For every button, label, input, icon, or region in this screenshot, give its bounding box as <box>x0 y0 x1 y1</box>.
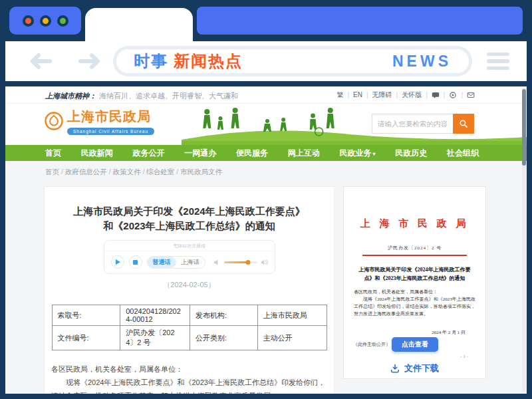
link-traditional[interactable]: 繁 <box>336 90 343 100</box>
article-body: 各区民政局，机关各处室，局属各单位： 现将《2024年上海民政工作要点》和《20… <box>51 362 327 394</box>
doc-open-note: （此件主动公开） <box>353 341 390 348</box>
body-paragraph: 现将《2024年上海民政工作要点》和《2023年上海民政工作总结》印发给你们，请… <box>51 376 327 394</box>
close-button[interactable] <box>23 15 34 27</box>
link-care-mode[interactable]: 关怀版 <box>392 90 422 100</box>
browser-tab[interactable] <box>85 8 193 41</box>
utility-bar: 上海城市精神：海纳百川、追求卓越、开明睿智、大气谦和 繁 EN 无障碍 关怀版 <box>5 86 527 104</box>
mail-icon[interactable] <box>457 91 475 99</box>
meta-value: 主动公开 <box>257 326 327 350</box>
meta-value: 沪民办发〔2024〕2 号 <box>120 326 190 350</box>
audio-player: 无障碍语音播报 普通话 上海话 <box>104 240 275 274</box>
hamburger-icon <box>487 53 509 57</box>
chevron-down-icon: ▾ <box>372 151 375 157</box>
forward-button[interactable] <box>77 51 104 71</box>
search-icon <box>459 119 468 128</box>
arrow-left-icon <box>28 52 53 70</box>
nav-item-home[interactable]: 首页 <box>45 148 61 159</box>
crumb-current: 市民政局文件 <box>174 168 222 176</box>
website-viewport: 上海城市精神：海纳百川、追求卓越、开明睿智、大气谦和 繁 EN 无障碍 关怀版 … <box>5 86 527 394</box>
back-button[interactable] <box>28 51 55 71</box>
language-toggle: 普通话 上海话 <box>147 256 205 269</box>
main-navigation: 首页 民政新闻 政务公开 一网通办 便民服务 网上互动 民政业务▾ 民政历史 社… <box>5 145 527 161</box>
nav-item-business[interactable]: 民政业务▾ <box>339 148 375 159</box>
file-download-link[interactable]: 文件下载 <box>344 362 485 374</box>
audio-player-label: 无障碍语音播报 <box>104 241 275 251</box>
crumb-office[interactable]: 综合处室 <box>141 168 175 176</box>
breadcrumb: 首页政府信息公开政策文件综合处室市民政局文件 <box>5 161 527 177</box>
language-shanghainese[interactable]: 上海话 <box>176 257 205 268</box>
minimize-button[interactable] <box>40 15 51 27</box>
play-button[interactable] <box>111 255 124 269</box>
stop-icon <box>133 260 138 265</box>
doc-agency-title: 上 海 市 民 政 局 <box>344 217 485 230</box>
meta-value: 上海市民政局 <box>257 305 327 326</box>
nav-item-social-org[interactable]: 社会组织 <box>447 148 479 159</box>
meta-value: 0024204128/2024-00012 <box>120 305 190 326</box>
scrollbar-track[interactable] <box>522 88 526 392</box>
volume-control <box>213 259 268 266</box>
address-bar[interactable]: 时事 新闻热点 NEWS <box>113 46 472 76</box>
doc-title: 上海市民政局关于印发《2024年上海民政工作要点》和《2023年上海民政工作总结… <box>354 265 475 283</box>
slogan-text: 海纳百川、追求卓越、开明睿智、大气谦和 <box>99 92 238 100</box>
article-title: 上海市民政局关于印发《2024年上海民政工作要点》 和《2023年上海民政工作总… <box>45 204 334 233</box>
tab-strip-bar <box>197 7 523 35</box>
doc-number: 沪民办发〔2024〕2 号 <box>344 245 485 251</box>
maximize-button[interactable] <box>57 15 68 27</box>
traffic-light-group <box>9 7 81 35</box>
play-icon <box>116 259 120 265</box>
publish-date: （2024-02-05） <box>45 280 334 290</box>
slogan-label: 上海城市精神： <box>45 92 96 100</box>
table-row: 文件编号: 沪民办发〔2024〕2 号 公开类别: 主动公开 <box>52 326 327 350</box>
doc-page-number: - 1 - <box>361 354 468 359</box>
site-search <box>372 114 474 134</box>
arrow-right-icon <box>77 52 102 70</box>
download-icon <box>390 364 400 373</box>
salutation: 各区民政局，机关各处室，局属各单位： <box>51 362 327 376</box>
nav-item-interaction[interactable]: 网上互动 <box>288 148 320 159</box>
address-text-topic: 时事 <box>134 51 168 72</box>
view-document-button[interactable]: 点击查看 <box>392 337 438 352</box>
doc-body: 各区民政局，机关各处室，局属各单位： 现将《2024年上海民政工作要点》和《20… <box>354 289 475 318</box>
weibo-icon[interactable] <box>440 91 458 99</box>
nav-item-news[interactable]: 民政新闻 <box>81 148 113 159</box>
address-text-hot: 新闻热点 <box>174 51 243 72</box>
crumb-home[interactable]: 首页 <box>45 168 59 176</box>
volume-low-icon <box>213 259 221 266</box>
scrollbar-thumb[interactable] <box>522 89 526 166</box>
meta-label: 文件编号: <box>52 326 120 350</box>
link-english[interactable]: EN <box>343 91 362 98</box>
city-spirit-slogan: 上海城市精神：海纳百川、追求卓越、开明睿智、大气谦和 <box>45 89 238 101</box>
nav-item-gov-info[interactable]: 政务公开 <box>132 148 164 159</box>
stop-button[interactable] <box>129 255 142 269</box>
menu-button[interactable] <box>487 53 509 70</box>
crumb-gov-info[interactable]: 政府信息公开 <box>59 168 107 176</box>
nav-item-history[interactable]: 民政历史 <box>395 148 427 159</box>
site-header: 上海市民政局 Shanghai Civil Affairs Bureau <box>5 104 527 145</box>
nav-item-one-stop[interactable]: 一网通办 <box>184 148 216 159</box>
table-row: 索取号: 0024204128/2024-00012 发布机构: 上海市民政局 <box>52 305 327 326</box>
document-preview-card: 上 海 市 民 政 局 沪民办发〔2024〕2 号 上海市民政局关于印发《202… <box>343 186 486 379</box>
meta-label: 发布机构: <box>190 305 258 326</box>
ministry-emblem-icon <box>44 111 64 134</box>
site-logo[interactable]: 上海市民政局 Shanghai Civil Affairs Bureau <box>44 109 154 136</box>
crumb-policy[interactable]: 政策文件 <box>107 168 141 176</box>
doc-date: 2024 年 2 月 1 日 <box>364 329 466 336</box>
document-meta-table: 索取号: 0024204128/2024-00012 发布机构: 上海市民政局 … <box>52 305 327 350</box>
article-card: 上海市民政局关于印发《2024年上海民政工作要点》 和《2023年上海民政工作总… <box>44 186 334 394</box>
site-name: 上海市民政局 <box>67 109 154 124</box>
search-button[interactable] <box>453 114 474 134</box>
language-mandarin[interactable]: 普通话 <box>148 257 176 268</box>
volume-high-icon <box>261 259 268 266</box>
volume-knob[interactable] <box>245 260 250 265</box>
link-accessibility[interactable]: 无障碍 <box>362 90 392 100</box>
browser-toolbar: 时事 新闻热点 NEWS <box>5 41 527 81</box>
page-content: 首页政府信息公开政策文件综合处室市民政局文件 上海市民政局关于印发《2024年上… <box>5 161 527 394</box>
utility-links: 繁 EN 无障碍 关怀版 <box>336 90 475 100</box>
family-illustration <box>182 106 527 145</box>
search-input[interactable] <box>372 114 453 134</box>
red-divider <box>362 255 467 256</box>
nav-item-services[interactable]: 便民服务 <box>236 148 268 159</box>
volume-slider[interactable] <box>224 261 257 263</box>
wechat-icon[interactable] <box>422 91 440 99</box>
meta-label: 公开类别: <box>190 326 258 350</box>
